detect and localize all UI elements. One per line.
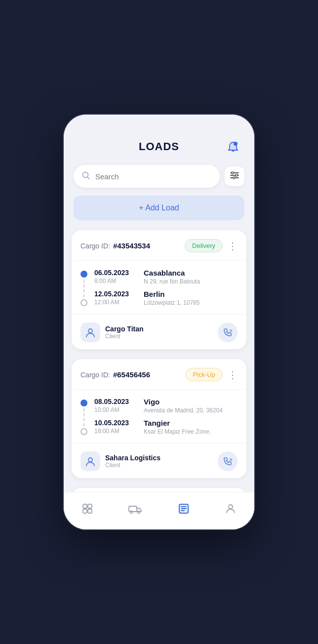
stop-date-origin-1: 06.05.2023 xyxy=(94,269,138,277)
svg-rect-13 xyxy=(88,509,92,513)
card-header-2: Cargo ID: #65456456 Pick-Up ⋮ xyxy=(80,368,238,381)
more-menu-1[interactable]: ⋮ xyxy=(228,241,238,251)
screen: LOADS xyxy=(64,115,254,529)
route-stops-2: 08.05.2023 10:00 AM Vigo Avenida de Madr… xyxy=(94,398,238,435)
dest-dot-1 xyxy=(80,299,87,306)
route-row-1: 06.05.2023 8:00 AM Casablanca N 29, rue … xyxy=(80,269,238,306)
svg-rect-10 xyxy=(83,504,87,508)
svg-point-6 xyxy=(236,174,238,176)
stop-city-origin-2: Vigo xyxy=(144,398,223,406)
card-header-right-2: Pick-Up ⋮ xyxy=(185,368,238,381)
stop-location-origin-1: Casablanca N 29, rue Ibn Batouta xyxy=(144,269,200,285)
stop-address-dest-2: Ksar El Majaz Free Zone, xyxy=(144,428,211,435)
page-title: LOADS xyxy=(139,140,179,153)
svg-point-8 xyxy=(88,329,92,333)
search-input[interactable] xyxy=(95,172,212,181)
svg-point-5 xyxy=(232,172,234,174)
stop-date-origin-2: 08.05.2023 xyxy=(94,398,138,405)
origin-dot-2 xyxy=(80,400,87,406)
card-divider-2 xyxy=(72,389,246,390)
card-divider-1 xyxy=(72,260,246,261)
add-load-label: + Add Load xyxy=(139,203,179,212)
card-id-value-2: #65456456 xyxy=(113,370,150,379)
client-role-2: Client xyxy=(105,462,160,469)
bottom-nav xyxy=(64,492,254,529)
stop-dest-1: 12.05.2023 12:00 AM Berlin Lützowplatz 1… xyxy=(94,290,238,306)
search-icon xyxy=(81,171,90,182)
avatar-2 xyxy=(80,451,100,471)
svg-point-21 xyxy=(229,505,233,509)
cargo-card-1: Cargo ID: #43543534 Delivery ⋮ xyxy=(72,230,246,349)
stop-origin-2: 08.05.2023 10:00 AM Vigo Avenida de Madr… xyxy=(94,398,238,414)
card-divider-1b xyxy=(72,314,246,315)
bell-icon xyxy=(227,141,239,156)
route-timeline-2 xyxy=(80,398,87,435)
stop-dest-2: 10.05.2023 18:00 AM Tangier Ksar El Maja… xyxy=(94,419,238,435)
client-info-1: Cargo Titan Client xyxy=(80,322,144,342)
stop-time-block-dest-1: 12.05.2023 12:00 AM xyxy=(94,290,138,306)
search-bar xyxy=(74,165,220,188)
card-id-row-1: Cargo ID: #43543534 xyxy=(80,242,150,250)
stop-location-dest-1: Berlin Lützowplatz 1, 10785 xyxy=(144,290,199,306)
stop-time-dest-2: 18:00 AM xyxy=(94,428,138,435)
client-row-1: Cargo Titan Client xyxy=(80,322,238,342)
nav-loads[interactable] xyxy=(170,500,198,518)
phone-shell: LOADS xyxy=(63,114,255,530)
stop-origin-1: 06.05.2023 8:00 AM Casablanca N 29, rue … xyxy=(94,269,238,285)
stop-address-dest-1: Lützowplatz 1, 10785 xyxy=(144,299,199,306)
card-divider-2b xyxy=(72,443,246,443)
cargo-card-2: Cargo ID: #65456456 Pick-Up ⋮ xyxy=(72,359,246,478)
stop-location-dest-2: Tangier Ksar El Majaz Free Zone, xyxy=(144,419,211,435)
client-row-2: Sahara Logistics Client xyxy=(80,451,238,471)
stop-time-block-origin-1: 06.05.2023 8:00 AM xyxy=(94,269,138,285)
card-header-right-1: Delivery ⋮ xyxy=(185,239,238,252)
client-text-2: Sahara Logistics Client xyxy=(105,454,160,469)
stop-location-origin-2: Vigo Avenida de Madrid, 20, 36204 xyxy=(144,398,223,414)
avatar-1 xyxy=(80,322,100,342)
svg-point-0 xyxy=(234,142,238,146)
call-button-2[interactable] xyxy=(218,451,238,471)
route-line-1 xyxy=(83,280,84,297)
stop-date-dest-1: 12.05.2023 xyxy=(94,290,138,298)
filter-icon xyxy=(230,171,239,181)
stop-city-origin-1: Casablanca xyxy=(144,269,200,277)
stop-address-origin-1: N 29, rue Ibn Batouta xyxy=(144,278,200,285)
nav-truck[interactable] xyxy=(120,500,150,518)
svg-point-16 xyxy=(138,511,140,513)
client-role-1: Client xyxy=(105,333,144,340)
status-badge-1: Delivery xyxy=(185,239,223,252)
stop-time-origin-2: 10:00 AM xyxy=(94,406,138,413)
svg-point-9 xyxy=(88,458,92,462)
svg-point-15 xyxy=(130,511,133,513)
status-badge-2: Pick-Up xyxy=(185,368,223,381)
card-header-1: Cargo ID: #43543534 Delivery ⋮ xyxy=(80,239,238,252)
stop-time-block-origin-2: 08.05.2023 10:00 AM xyxy=(94,398,138,414)
client-text-1: Cargo Titan Client xyxy=(105,325,144,340)
nav-profile[interactable] xyxy=(217,500,244,518)
stop-city-dest-1: Berlin xyxy=(144,290,199,298)
client-info-2: Sahara Logistics Client xyxy=(80,451,160,471)
stop-city-dest-2: Tangier xyxy=(144,419,211,427)
svg-point-7 xyxy=(233,177,235,179)
route-line-2 xyxy=(83,408,84,426)
call-button-1[interactable] xyxy=(218,322,238,342)
stop-time-dest-1: 12:00 AM xyxy=(94,299,138,306)
filter-button[interactable] xyxy=(225,166,244,186)
route-timeline-1 xyxy=(80,269,87,306)
card-id-label-1: Cargo ID: xyxy=(80,242,110,250)
notification-button[interactable] xyxy=(224,139,242,158)
search-row xyxy=(64,161,254,196)
more-menu-2[interactable]: ⋮ xyxy=(228,370,238,380)
route-row-2: 08.05.2023 10:00 AM Vigo Avenida de Madr… xyxy=(80,398,238,435)
header: LOADS xyxy=(64,115,254,161)
nav-dashboard[interactable] xyxy=(74,500,101,518)
dest-dot-2 xyxy=(80,428,87,435)
client-name-1: Cargo Titan xyxy=(105,325,144,333)
client-name-2: Sahara Logistics xyxy=(105,454,160,462)
svg-rect-14 xyxy=(129,506,137,512)
add-load-button[interactable]: + Add Load xyxy=(74,196,244,220)
stop-time-origin-1: 8:00 AM xyxy=(94,278,138,284)
stop-date-dest-2: 10.05.2023 xyxy=(94,419,138,427)
svg-rect-12 xyxy=(83,509,87,513)
origin-dot-1 xyxy=(80,271,87,278)
